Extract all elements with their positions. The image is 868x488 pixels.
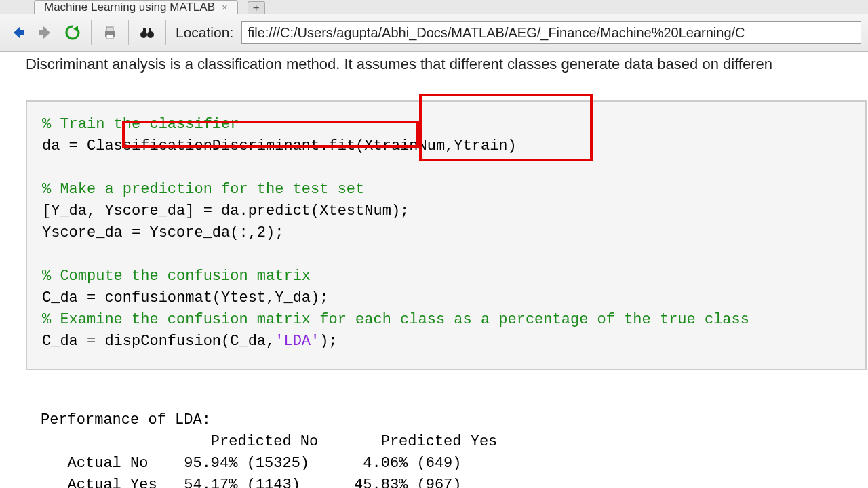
toolbar-separator xyxy=(128,20,129,45)
toolbar: Location: xyxy=(0,14,868,52)
binoculars-icon xyxy=(138,24,156,41)
code-line: C_da = dispConfusion(C_da, xyxy=(42,333,275,350)
code-text: % Train the classifier da = Classificati… xyxy=(42,114,850,352)
code-line: da = xyxy=(42,138,87,155)
print-button[interactable] xyxy=(98,21,121,44)
code-block: % Train the classifier da = Classificati… xyxy=(26,100,867,370)
code-line: [Y_da, Yscore_da] = da.predict(XtestNum)… xyxy=(42,203,409,220)
arrow-left-icon xyxy=(9,24,27,41)
tab-title: Machine Learning using MATLAB xyxy=(44,1,215,14)
output-row: Actual Yes 54.17% (1143) 45.83% (967) xyxy=(41,476,462,488)
tab-strip: Machine Learning using MATLAB × + xyxy=(0,0,868,14)
toolbar-separator xyxy=(165,20,166,45)
code-line: Yscore_da = Yscore_da(:,2); xyxy=(42,224,283,241)
find-button[interactable] xyxy=(136,21,159,44)
output-header: Predicted No Predicted Yes xyxy=(41,433,497,450)
reload-icon xyxy=(64,24,81,41)
back-button[interactable] xyxy=(7,21,30,44)
svg-rect-1 xyxy=(106,27,113,31)
code-comment: % Compute the confusion matrix xyxy=(42,268,311,285)
code-line: ); xyxy=(319,333,337,350)
output-row: Actual No 95.94% (15325) 4.06% (649) xyxy=(41,455,462,472)
reload-button[interactable] xyxy=(61,21,84,44)
svg-rect-6 xyxy=(149,28,151,33)
code-string: 'LDA' xyxy=(275,333,319,350)
code-line: ClassificationDiscriminant.fit xyxy=(87,138,355,155)
toolbar-separator xyxy=(91,20,92,45)
code-line: (XtrainNum,Ytrain) xyxy=(355,138,517,155)
browser-tab[interactable]: Machine Learning using MATLAB × xyxy=(34,0,238,14)
code-comment: % Examine the confusion matrix for each … xyxy=(42,311,749,328)
code-line: C_da = confusionmat(Ytest,Y_da); xyxy=(42,289,328,306)
output-title: Performance of LDA: xyxy=(41,411,211,428)
location-label: Location: xyxy=(176,24,233,41)
address-bar[interactable] xyxy=(241,21,861,44)
page-content: Discriminant analysis is a classificatio… xyxy=(0,52,868,488)
close-icon[interactable]: × xyxy=(222,1,228,13)
intro-text: Discriminant analysis is a classificatio… xyxy=(26,56,868,73)
new-tab-button[interactable]: + xyxy=(248,1,265,14)
forward-button[interactable] xyxy=(34,21,57,44)
print-icon xyxy=(101,24,119,41)
code-comment: % Train the classifier xyxy=(42,116,239,133)
code-comment: % Make a prediction for the test set xyxy=(42,181,364,198)
svg-rect-5 xyxy=(143,28,146,33)
arrow-right-icon xyxy=(37,24,54,41)
output-block: Performance of LDA: Predicted No Predict… xyxy=(26,409,868,488)
svg-rect-2 xyxy=(106,35,113,39)
